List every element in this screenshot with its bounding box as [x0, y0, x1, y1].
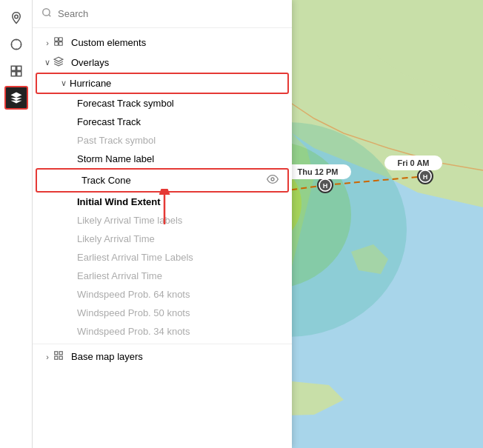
svg-rect-34: [59, 38, 63, 41]
svg-rect-39: [59, 352, 62, 355]
windspeed-64-label: Windspeed Prob. 64 knots: [77, 289, 283, 300]
base-map-arrow-icon: ›: [41, 352, 53, 361]
forecast-track-symbol-label: Forecast Track symbol: [77, 98, 283, 109]
likely-arrival-time-labels-label: Likely Arrival Time labels: [77, 215, 283, 226]
tree-item-windspeed-50[interactable]: › Windspeed Prob. 50 knots: [33, 304, 292, 322]
svg-rect-33: [55, 38, 59, 41]
custom-elements-label: Custom elements: [71, 37, 283, 48]
svg-rect-3: [16, 66, 21, 70]
base-map-layers-label: Base map layers: [71, 351, 283, 362]
svg-text:Thu 12 PM: Thu 12 PM: [297, 167, 338, 176]
side-panel: › Custom elements ∨ Overlays ∨ Hurricane: [33, 0, 292, 448]
custom-elements-icon: [53, 36, 67, 49]
svg-text:H: H: [423, 173, 428, 181]
svg-point-32: [43, 9, 50, 16]
tree-item-hurricane[interactable]: ∨ Hurricane: [36, 73, 289, 94]
arrow-icon: ∨: [41, 58, 53, 67]
tree-item-base-map-layers[interactable]: › Base map layers: [33, 344, 292, 367]
svg-rect-38: [55, 352, 58, 355]
tree-item-forecast-track[interactable]: › Forecast Track: [33, 113, 292, 131]
svg-rect-41: [59, 356, 62, 359]
search-bar: [33, 0, 292, 28]
toolbar: [0, 0, 33, 448]
svg-rect-36: [59, 42, 63, 46]
initial-wind-extent-label: Initial Wind Extent: [77, 196, 283, 207]
svg-rect-5: [16, 72, 21, 76]
search-icon: [41, 7, 52, 20]
svg-text:Fri 0 AM: Fri 0 AM: [398, 158, 430, 167]
svg-text:H: H: [323, 182, 328, 190]
earliest-arrival-time-labels-label: Earliest Arrival Time Labels: [77, 252, 283, 263]
arrow-icon: ›: [41, 39, 53, 47]
past-track-symbol-label: Past Track symbol: [77, 135, 283, 146]
storm-name-label-label: Storm Name label: [77, 153, 283, 164]
tree-item-likely-arrival-time[interactable]: › Likely Arrival Time: [33, 230, 292, 248]
tree-item-initial-wind-extent[interactable]: › Initial Wind Extent: [33, 193, 292, 211]
svg-rect-4: [11, 72, 16, 76]
track-cone-label: Track Cone: [81, 175, 267, 186]
likely-arrival-time-label: Likely Arrival Time: [77, 233, 283, 244]
svg-rect-35: [55, 42, 59, 46]
layers-button[interactable]: [4, 86, 28, 110]
windspeed-50-label: Windspeed Prob. 50 knots: [77, 307, 283, 318]
hurricane-label: Hurricane: [70, 78, 279, 89]
tree-item-windspeed-34[interactable]: › Windspeed Prob. 34 knots: [33, 322, 292, 341]
base-map-icon: [53, 350, 67, 363]
eye-icon[interactable]: [267, 173, 279, 187]
windspeed-34-label: Windspeed Prob. 34 knots: [77, 326, 283, 337]
tree-item-likely-arrival-time-labels[interactable]: › Likely Arrival Time labels: [33, 211, 292, 230]
svg-point-1: [11, 39, 21, 50]
svg-point-37: [271, 178, 274, 181]
tree-item-custom-elements[interactable]: › Custom elements: [33, 33, 292, 53]
stack-button[interactable]: [4, 59, 28, 83]
tree-item-windspeed-64[interactable]: › Windspeed Prob. 64 knots: [33, 285, 292, 304]
circle-button[interactable]: [4, 33, 28, 56]
tree-item-past-track-symbol[interactable]: › Past Track symbol: [33, 131, 292, 150]
search-input[interactable]: [58, 8, 283, 19]
tree-item-earliest-arrival-time-labels[interactable]: › Earliest Arrival Time Labels: [33, 248, 292, 267]
earliest-arrival-time-label: Earliest Arrival Time: [77, 270, 283, 281]
hurricane-arrow-icon: ∨: [58, 78, 70, 88]
overlays-label: Overlays: [71, 57, 283, 68]
svg-point-0: [14, 15, 18, 19]
layer-tree: › Custom elements ∨ Overlays ∨ Hurricane: [33, 28, 292, 448]
tree-item-overlays[interactable]: ∨ Overlays: [33, 53, 292, 73]
overlays-icon: [53, 56, 67, 69]
tree-item-forecast-track-symbol[interactable]: › Forecast Track symbol: [33, 94, 292, 113]
svg-rect-40: [55, 356, 58, 359]
main-area: Thu 6 AM Thu 12 PM Fri 0 AM H H H: [33, 0, 483, 448]
location-button[interactable]: [4, 6, 28, 30]
forecast-track-label: Forecast Track: [77, 116, 283, 127]
tree-item-earliest-arrival-time[interactable]: › Earliest Arrival Time: [33, 267, 292, 285]
tree-item-track-cone[interactable]: › Track Cone: [36, 168, 289, 193]
svg-rect-2: [11, 66, 16, 70]
tree-item-storm-name-label[interactable]: › Storm Name label: [33, 150, 292, 168]
